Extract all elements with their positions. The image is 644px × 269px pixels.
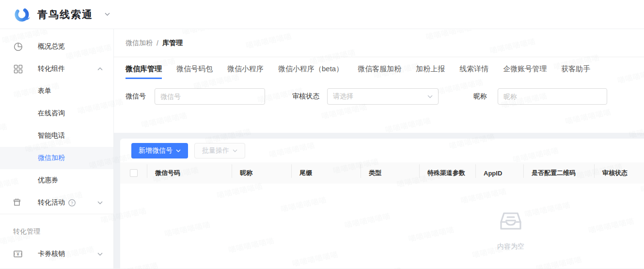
sidebar-item-coupons[interactable]: 优惠券 bbox=[0, 169, 113, 191]
column-header-suffix: 尾缀 bbox=[292, 162, 361, 184]
wechat-id-input[interactable] bbox=[155, 88, 265, 105]
select-all-checkbox[interactable] bbox=[130, 169, 138, 177]
batch-operation-label: 批量操作 bbox=[202, 146, 229, 155]
ticket-yuan-icon: ¥ bbox=[13, 249, 23, 259]
table-toolbar: 新增微信号 批量操作 bbox=[120, 139, 644, 158]
sidebar-item-label: 转化组件 bbox=[38, 64, 65, 73]
tab-customer-assistant[interactable]: 获客助手 bbox=[561, 64, 590, 79]
sidebar-item-online-consult[interactable]: 在线咨询 bbox=[0, 102, 113, 125]
chevron-down-icon bbox=[97, 201, 103, 205]
sidebar-item-conversion-activity[interactable]: 转化活动 ? bbox=[0, 191, 113, 214]
chevron-down-icon bbox=[176, 149, 181, 152]
column-header-special-channel-params: 特殊渠道参数 bbox=[420, 162, 476, 184]
table-panel: 新增微信号 批量操作 bbox=[120, 139, 644, 269]
empty-state-text: 内容为空 bbox=[482, 242, 540, 251]
breadcrumb-parent[interactable]: 微信加粉 bbox=[126, 39, 153, 47]
main-content: 微信加粉 / 库管理 微信库管理 微信号码包 微信小程序 微信小程序（beta）… bbox=[114, 29, 644, 269]
sidebar-item-label: 智能电话 bbox=[38, 131, 65, 140]
panel-gap bbox=[114, 133, 644, 139]
brand-chevron-down-icon[interactable] bbox=[105, 13, 110, 16]
gift-icon bbox=[13, 198, 23, 207]
help-icon[interactable]: ? bbox=[68, 199, 76, 206]
filter-panel: 微信加粉 / 库管理 微信库管理 微信号码包 微信小程序 微信小程序（beta）… bbox=[114, 29, 644, 133]
chevron-down-icon bbox=[97, 253, 103, 256]
tab-wecom-account-mgmt[interactable]: 企微账号管理 bbox=[503, 64, 547, 79]
column-header-qrcode-configured: 是否配置二维码 bbox=[524, 162, 595, 184]
tab-bar: 微信库管理 微信号码包 微信小程序 微信小程序（beta） 微信客服加粉 加粉上… bbox=[114, 57, 644, 79]
wechat-id-label: 微信号 bbox=[126, 92, 146, 101]
tab-lead-details[interactable]: 线索详情 bbox=[459, 64, 488, 79]
sidebar-item-smart-phone[interactable]: 智能电话 bbox=[0, 125, 113, 147]
audit-status-select[interactable]: 请选择 bbox=[327, 88, 439, 105]
pie-chart-icon bbox=[13, 42, 23, 51]
tab-wechat-miniprogram-beta[interactable]: 微信小程序（beta） bbox=[278, 64, 343, 79]
sidebar-item-label: 优惠券 bbox=[38, 176, 58, 185]
sidebar-item-forms[interactable]: 表单 bbox=[0, 80, 113, 102]
sidebar-item-wechat-fans[interactable]: 微信加粉 bbox=[0, 147, 113, 169]
column-header-wechat-number: 微信号码 bbox=[147, 162, 232, 184]
sidebar-item-label: 表单 bbox=[38, 87, 51, 95]
filter-row: 微信号 审核状态 请选择 昵称 bbox=[114, 88, 644, 105]
chevron-down-icon bbox=[427, 95, 433, 98]
chevron-down-icon bbox=[233, 149, 237, 152]
sidebar-item-overview[interactable]: 概况总览 bbox=[0, 35, 113, 58]
nickname-input[interactable] bbox=[498, 88, 607, 105]
chevron-up-icon bbox=[97, 67, 103, 71]
sidebar-item-label: 在线咨询 bbox=[38, 109, 65, 118]
grid-icon bbox=[13, 64, 23, 74]
add-wechat-id-button[interactable]: 新增微信号 bbox=[131, 143, 188, 158]
batch-operation-button[interactable]: 批量操作 bbox=[194, 143, 245, 158]
sidebar-item-label: 概况总览 bbox=[38, 42, 65, 51]
nickname-label: 昵称 bbox=[473, 92, 487, 101]
sidebar-item-components[interactable]: 转化组件 bbox=[0, 58, 113, 80]
svg-text:¥: ¥ bbox=[16, 252, 19, 257]
empty-state: 内容为空 bbox=[482, 210, 540, 251]
add-wechat-id-label: 新增微信号 bbox=[139, 146, 173, 155]
audit-status-placeholder: 请选择 bbox=[333, 92, 353, 101]
sidebar-item-card-redemption[interactable]: ¥ 卡券核销 bbox=[0, 243, 113, 265]
tab-wechat-miniprogram[interactable]: 微信小程序 bbox=[227, 64, 264, 79]
tab-wechat-library-mgmt[interactable]: 微信库管理 bbox=[126, 64, 162, 79]
sidebar-section-label: 转化管理 bbox=[0, 221, 113, 243]
tab-wechat-number-pack[interactable]: 微信号码包 bbox=[176, 64, 213, 79]
brand-title: 青鸟线索通 bbox=[37, 8, 93, 21]
sidebar: 概况总览 转化组件 表单 在线咨询 智能电话 微信加粉 bbox=[0, 29, 114, 269]
tab-fans-report[interactable]: 加粉上报 bbox=[416, 64, 445, 79]
table-header-checkbox-cell bbox=[120, 162, 147, 184]
column-header-nickname: 昵称 bbox=[232, 162, 292, 184]
audit-status-label: 审核状态 bbox=[292, 92, 319, 101]
breadcrumb-separator: / bbox=[157, 39, 158, 47]
brand-logo-icon bbox=[14, 6, 31, 23]
top-bar: 青鸟线索通 bbox=[0, 0, 644, 29]
breadcrumb: 微信加粉 / 库管理 bbox=[114, 29, 644, 57]
svg-text:?: ? bbox=[71, 200, 73, 205]
app-window: 青鸟线索通 概况总览 转化组件 表单 bbox=[0, 0, 644, 269]
sidebar-divider bbox=[0, 214, 113, 214]
breadcrumb-current: 库管理 bbox=[162, 39, 183, 47]
sidebar-item-label: 卡券核销 bbox=[38, 250, 65, 258]
column-header-type: 类型 bbox=[361, 162, 420, 184]
sidebar-item-label: 微信加粉 bbox=[38, 154, 65, 162]
column-header-audit-status: 审核状态 bbox=[595, 162, 644, 184]
table-header-row: 微信号码 昵称 尾缀 类型 特殊渠道参数 AppID 是否配置二维码 审核状态 bbox=[120, 162, 644, 184]
empty-inbox-icon bbox=[499, 225, 522, 233]
sidebar-item-label: 转化活动 bbox=[38, 198, 65, 207]
column-header-appid: AppID bbox=[476, 162, 524, 184]
tab-wechat-service-fans[interactable]: 微信客服加粉 bbox=[358, 64, 401, 79]
